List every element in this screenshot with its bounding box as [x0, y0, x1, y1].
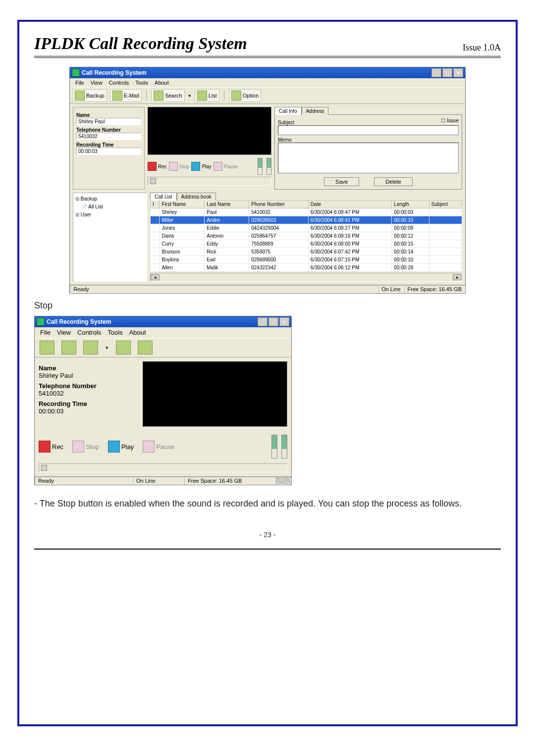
stop-button[interactable]: Stop	[72, 441, 99, 453]
app-icon	[72, 69, 80, 77]
table-row[interactable]: CurryEddy755088896/30/2004 6:08:00 PM00:…	[151, 240, 462, 248]
save-button[interactable]: Save	[324, 177, 359, 186]
memo-input[interactable]	[278, 143, 459, 173]
play-label: Play	[202, 164, 211, 169]
recording-info-panel: Name Shirley Paul Telephone Number 54100…	[73, 107, 145, 190]
col-first[interactable]: First Name	[160, 201, 205, 208]
pause-label: Pause	[156, 443, 174, 451]
search-dropdown-icon[interactable]: ▾	[188, 93, 192, 99]
menu-file[interactable]: File	[73, 79, 87, 86]
tab-addressbook[interactable]: Address book	[177, 193, 216, 201]
horizontal-scrollbar[interactable]: ◂▸	[150, 273, 462, 282]
tool-email-label: E-Mail	[124, 93, 139, 99]
issue-checkbox[interactable]: ☐ Issue	[441, 118, 459, 123]
search-icon	[154, 91, 163, 101]
menu-tools[interactable]: Tools	[105, 328, 125, 337]
app-icon	[37, 318, 45, 326]
maximize-button[interactable]: □	[442, 68, 452, 77]
menu-about[interactable]: About	[127, 328, 149, 337]
titlebar[interactable]: Call Recording System _ □ ×	[35, 316, 291, 327]
tool-search[interactable]	[83, 341, 98, 354]
tool-backup[interactable]	[40, 341, 54, 354]
toolbar-separator	[146, 90, 147, 101]
toolbar-separator	[224, 90, 224, 101]
menu-tools[interactable]: Tools	[133, 79, 151, 86]
menubar: File View Controls Tools About	[35, 327, 291, 338]
toolbar: ▾	[35, 338, 291, 357]
col-i[interactable]: I	[151, 201, 160, 208]
minimize-button[interactable]: _	[431, 68, 441, 77]
menu-view[interactable]: View	[88, 79, 105, 86]
scroll-right-icon[interactable]: ▸	[453, 274, 462, 280]
app-window-small: Call Recording System _ □ × File View Co…	[34, 316, 292, 485]
label-name: Name	[76, 112, 141, 118]
play-button[interactable]: Play	[191, 162, 211, 171]
delete-button[interactable]: Delete	[374, 177, 413, 186]
close-button[interactable]: ×	[279, 317, 289, 326]
value-telephone: 5410032	[76, 133, 141, 140]
playback-controls: Rec Stop Play Pause	[39, 435, 287, 458]
waveform-display	[143, 361, 287, 427]
tree-alllist[interactable]: 📄 All List	[75, 203, 145, 211]
tool-email[interactable]: E-Mail	[110, 89, 142, 102]
backup-icon	[75, 91, 85, 101]
tree-user[interactable]: User	[75, 211, 145, 219]
menu-controls[interactable]: Controls	[75, 328, 104, 337]
menu-controls[interactable]: Controls	[106, 79, 131, 86]
maximize-button[interactable]: □	[268, 317, 278, 326]
pause-icon	[214, 162, 222, 171]
tab-address[interactable]: Address	[302, 107, 329, 115]
menu-file[interactable]: File	[38, 328, 53, 337]
tool-option[interactable]: Option	[229, 89, 261, 102]
pause-button[interactable]: Pause	[143, 441, 174, 453]
subject-input[interactable]	[278, 125, 459, 135]
tool-list[interactable]: List	[195, 89, 219, 102]
playback-slider[interactable]	[148, 177, 271, 186]
table-row[interactable]: ShirleyPaul54100326/30/2004 6:08:47 PM00…	[151, 208, 462, 216]
rec-button[interactable]: Rec	[148, 162, 167, 171]
tool-option[interactable]	[138, 341, 153, 354]
tool-email[interactable]	[61, 341, 76, 354]
col-date[interactable]: Date	[308, 201, 391, 208]
table-row[interactable]: DavisAntonio0258647576/30/2004 6:08:16 P…	[151, 232, 462, 240]
playback-slider[interactable]	[39, 463, 287, 472]
search-dropdown-icon[interactable]: ▾	[105, 345, 109, 351]
play-icon	[191, 162, 200, 171]
menu-view[interactable]: View	[54, 328, 73, 337]
status-ready: Ready	[70, 285, 378, 293]
table-row[interactable]: JonesEddie04243290046/30/2004 6:08:27 PM…	[151, 224, 462, 232]
call-list-table[interactable]: I First Name Last Name Phone Number Date…	[150, 200, 462, 272]
document-issue: Issue 1.0A	[463, 43, 501, 53]
tab-callinfo[interactable]: Call Info	[274, 107, 302, 115]
toolbar: Backup E-Mail Search ▾ List Option	[70, 87, 465, 104]
rec-button[interactable]: Rec	[39, 441, 63, 453]
tool-search[interactable]: Search	[151, 89, 185, 102]
col-subject[interactable]: Subject	[429, 201, 462, 208]
tool-list[interactable]	[116, 341, 131, 354]
close-button[interactable]: ×	[453, 68, 463, 77]
table-row[interactable]: BrunsonRick53580756/30/2004 6:07:42 PM00…	[151, 248, 462, 256]
scroll-left-icon[interactable]: ◂	[151, 274, 160, 280]
stop-button[interactable]: Stop	[169, 162, 190, 171]
pause-button[interactable]: Pause	[214, 162, 238, 171]
vu-meter	[258, 158, 271, 175]
table-row[interactable]: BoykinsEarl0286890006/30/2004 6:07:15 PM…	[151, 256, 462, 264]
titlebar[interactable]: Call Recording System _ □ ×	[70, 67, 465, 78]
tool-backup[interactable]: Backup	[72, 89, 107, 102]
label-subject: Subject	[278, 120, 459, 125]
tab-calllist[interactable]: Call List	[150, 193, 177, 201]
col-last[interactable]: Last Name	[205, 201, 249, 208]
footer-rule	[34, 549, 501, 550]
tree-view[interactable]: Backup 📄 All List User	[73, 193, 147, 282]
col-phone[interactable]: Phone Number	[249, 201, 309, 208]
table-row[interactable]: MillerAndre0290385036/30/2004 6:08:41 PM…	[151, 216, 462, 224]
menu-about[interactable]: About	[152, 79, 171, 86]
value-telephone: 5410032	[39, 390, 138, 397]
option-icon	[231, 91, 241, 101]
play-button[interactable]: Play	[108, 441, 134, 453]
table-row[interactable]: AllenMalik0243223426/30/2004 6:06:12 PM0…	[151, 264, 462, 272]
tree-backup[interactable]: Backup	[75, 195, 145, 203]
resize-grip-icon[interactable]	[275, 477, 291, 485]
col-length[interactable]: Length	[392, 201, 429, 208]
minimize-button[interactable]: _	[258, 317, 268, 326]
